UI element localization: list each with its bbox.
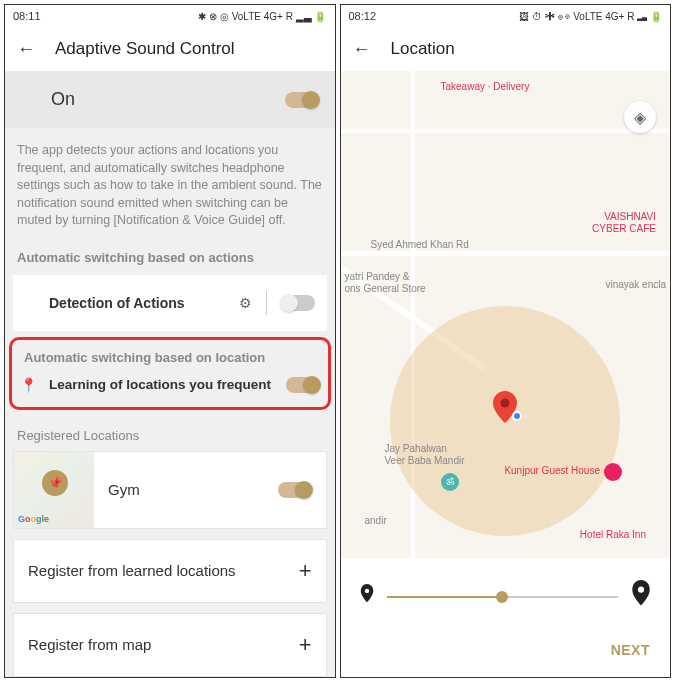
- plus-icon: +: [299, 632, 312, 658]
- temple-icon: ॐ: [441, 473, 459, 491]
- location-name: Gym: [108, 481, 140, 498]
- status-bar: 08:11 ✱ ⊗ ◎ VoLTE 4G+ R ▂▃ 🔋: [5, 5, 335, 27]
- back-icon[interactable]: ←: [353, 39, 371, 60]
- map-thumbnail: 📌 Google: [14, 452, 94, 528]
- divider: [266, 291, 267, 315]
- map-poi-label: Kunjpur Guest House: [504, 465, 600, 476]
- detection-label: Detection of Actions: [49, 295, 185, 311]
- status-icons: 🖼 ⏱ ✱ ⊗ ◎ VoLTE 4G+ R ▂▃ 🔋: [519, 11, 662, 22]
- registered-location-gym[interactable]: 📌 Google Gym: [13, 451, 327, 529]
- svg-point-2: [638, 587, 644, 593]
- plus-icon: +: [299, 558, 312, 584]
- thumbtack-icon: 📌: [42, 470, 68, 496]
- app-bar: ← Location: [341, 27, 671, 71]
- gym-toggle[interactable]: [278, 482, 312, 498]
- pin-large-icon: [630, 580, 652, 613]
- registered-header: Registered Locations: [5, 416, 335, 451]
- map-poi-label: CYBER CAFE: [592, 223, 656, 234]
- adaptive-sound-screen: 08:11 ✱ ⊗ ◎ VoLTE 4G+ R ▂▃ 🔋 ← Adaptive …: [4, 4, 336, 678]
- learning-toggle[interactable]: [286, 377, 320, 393]
- map-poi-label: VAISHNAVI: [604, 211, 656, 222]
- gear-icon[interactable]: ⚙: [239, 295, 252, 311]
- map-view[interactable]: ◈ Takeaway · Delivery Syed Ahmed Khan Rd…: [341, 71, 671, 558]
- register-map-button[interactable]: Register from map +: [13, 613, 327, 677]
- map-poi-label: andir: [365, 515, 387, 526]
- page-title: Location: [391, 39, 455, 59]
- pin-icon: 📍: [20, 377, 37, 393]
- app-bar: ← Adaptive Sound Control: [5, 27, 335, 71]
- description-text: The app detects your actions and locatio…: [5, 128, 335, 244]
- map-poi-label: ons General Store: [345, 283, 426, 294]
- master-toggle-row[interactable]: On: [5, 71, 335, 128]
- bottom-bar: NEXT: [341, 627, 671, 677]
- map-poi-label: yatri Pandey &: [345, 271, 410, 282]
- status-time: 08:11: [13, 10, 41, 22]
- radius-slider[interactable]: [387, 596, 619, 598]
- map-poi-label: Veer Baba Mandir: [385, 455, 465, 466]
- location-section-highlight: Automatic switching based on location 📍 …: [9, 337, 331, 410]
- selected-location-pin[interactable]: [493, 391, 517, 427]
- register-learned-button[interactable]: Register from learned locations +: [13, 539, 327, 603]
- svg-point-1: [364, 589, 368, 593]
- hotel-pin-icon: [604, 463, 622, 481]
- radius-slider-row: [341, 558, 671, 627]
- current-location-dot: [512, 411, 522, 421]
- status-bar: 08:12 🖼 ⏱ ✱ ⊗ ◎ VoLTE 4G+ R ▂▃ 🔋: [341, 5, 671, 27]
- back-icon[interactable]: ←: [17, 39, 35, 60]
- detection-row[interactable]: Detection of Actions ⚙: [13, 275, 327, 331]
- actions-section-header: Automatic switching based on actions: [5, 244, 335, 275]
- learning-row[interactable]: 📍 Learning of locations you frequent: [20, 377, 320, 393]
- svg-point-0: [501, 399, 510, 408]
- map-poi-label: Takeaway · Delivery: [441, 81, 530, 92]
- map-poi-label: Jay Pahalwan: [385, 443, 447, 454]
- on-label: On: [51, 89, 75, 110]
- map-poi-label: vinayak encla: [605, 279, 666, 290]
- location-picker-screen: 08:12 🖼 ⏱ ✱ ⊗ ◎ VoLTE 4G+ R ▂▃ 🔋 ← Locat…: [340, 4, 672, 678]
- location-section-header: Automatic switching based on location: [20, 350, 320, 365]
- recenter-button[interactable]: ◈: [624, 101, 656, 133]
- status-icons: ✱ ⊗ ◎ VoLTE 4G+ R ▂▃ 🔋: [198, 11, 326, 22]
- map-road-label: Syed Ahmed Khan Rd: [371, 239, 469, 250]
- detection-toggle[interactable]: [281, 295, 315, 311]
- page-title: Adaptive Sound Control: [55, 39, 235, 59]
- pin-small-icon: [359, 584, 375, 609]
- master-toggle[interactable]: [285, 92, 319, 108]
- map-poi-label: Hotel Raka Inn: [580, 529, 646, 540]
- next-button[interactable]: NEXT: [611, 642, 650, 658]
- google-logo: Google: [18, 514, 49, 524]
- status-time: 08:12: [349, 10, 377, 22]
- learning-label: Learning of locations you frequent: [49, 377, 274, 392]
